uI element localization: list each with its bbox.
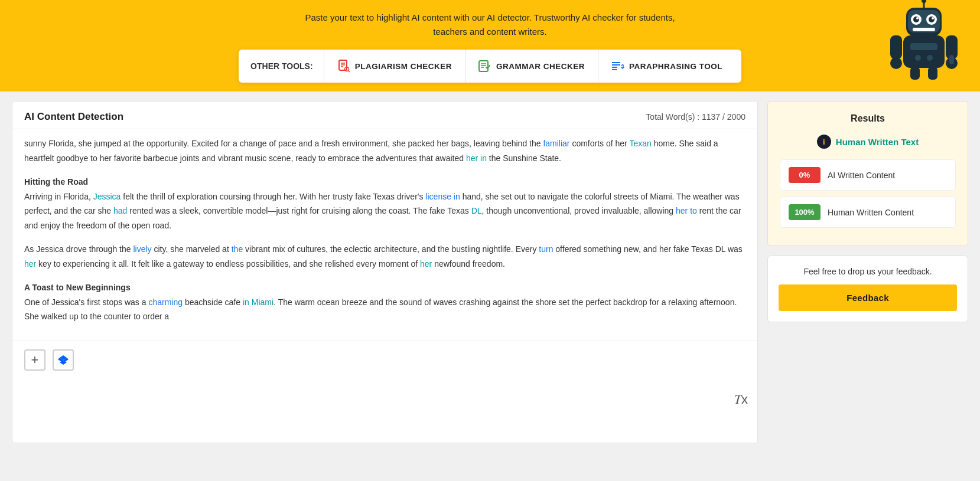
svg-point-29 — [927, 55, 933, 61]
human-badge: 100% — [789, 204, 821, 220]
result-header-text: Human Written Text — [836, 137, 919, 147]
result-header: i Human Written Text — [780, 135, 956, 149]
main-content: AI Content Detection Total Word(s) : 113… — [0, 91, 980, 443]
grammar-icon — [478, 60, 491, 73]
svg-point-22 — [929, 17, 935, 22]
svg-rect-26 — [918, 35, 930, 38]
tool-plagiarism-checker[interactable]: PLAGIARISM CHECKER — [324, 50, 465, 83]
tool-paraphrasing[interactable]: PARAPHRASING TOOL — [598, 50, 735, 83]
svg-rect-6 — [479, 61, 488, 71]
top-bar: Paste your text to highlight AI content … — [0, 0, 980, 91]
feedback-section: Feel free to drop us your feedback. Feed… — [767, 256, 968, 322]
svg-point-28 — [915, 55, 921, 61]
text-area-content[interactable]: sunny Florida, she jumped at the opportu… — [12, 129, 757, 341]
add-button[interactable]: + — [24, 349, 45, 371]
svg-point-24 — [932, 17, 934, 19]
grammar-label: GRAMMAR CHECKER — [496, 62, 585, 71]
paraphrasing-icon — [611, 60, 624, 73]
svg-point-23 — [916, 17, 919, 19]
svg-line-5 — [348, 71, 350, 73]
info-icon: i — [817, 135, 831, 149]
left-panel: AI Content Detection Total Word(s) : 113… — [12, 101, 758, 443]
human-result-label: Human Written Content — [828, 208, 914, 217]
svg-rect-35 — [910, 67, 920, 80]
svg-rect-30 — [890, 35, 902, 59]
human-result-row: 100% Human Written Content — [780, 197, 956, 228]
svg-point-21 — [913, 17, 919, 22]
paragraph-1: sunny Florida, she jumped at the opportu… — [24, 136, 745, 165]
results-title: Results — [780, 113, 956, 124]
plagiarism-icon — [337, 60, 350, 73]
tools-label: OTHER TOOLS: — [245, 61, 324, 71]
svg-point-17 — [922, 0, 926, 3]
paragraph-2: Hitting the Road Arriving in Florida, Je… — [24, 175, 745, 233]
format-icon[interactable]: 𝑇x — [734, 392, 748, 407]
results-box: Results i Human Written Text 0% AI Writt… — [767, 101, 968, 246]
feedback-text: Feel free to drop us your feedback. — [779, 267, 957, 276]
tools-nav: OTHER TOOLS: PLAGIARISM CHECKER — [239, 50, 741, 83]
tool-grammar-checker[interactable]: GRAMMAR CHECKER — [465, 50, 598, 83]
panel-title: AI Content Detection — [24, 111, 123, 123]
svg-point-32 — [890, 57, 902, 69]
robot-illustration — [885, 0, 968, 83]
svg-rect-36 — [928, 67, 937, 80]
plagiarism-label: PLAGIARISM CHECKER — [355, 62, 452, 71]
ai-badge: 0% — [789, 167, 821, 183]
right-panel: Results i Human Written Text 0% AI Writt… — [767, 101, 968, 443]
paragraph-3: As Jessica drove through the lively city… — [24, 242, 745, 271]
ai-result-row: 0% AI Written Content — [780, 159, 956, 191]
word-count: Total Word(s) : 1137 / 2000 — [646, 112, 745, 122]
dropbox-button[interactable] — [53, 349, 74, 371]
paragraph-4: A Toast to New Beginnings One of Jessica… — [24, 280, 745, 324]
panel-header: AI Content Detection Total Word(s) : 113… — [12, 102, 757, 129]
svg-rect-27 — [910, 43, 937, 50]
svg-rect-34 — [949, 55, 954, 64]
paraphrasing-label: PARAPHRASING TOOL — [629, 62, 722, 71]
ai-result-label: AI Written Content — [828, 171, 895, 180]
bottom-toolbar: + — [12, 341, 757, 379]
svg-rect-14 — [903, 35, 945, 68]
feedback-button[interactable]: Feedback — [779, 284, 957, 311]
svg-rect-25 — [913, 28, 935, 31]
tagline: Paste your text to highlight AI content … — [0, 6, 980, 50]
